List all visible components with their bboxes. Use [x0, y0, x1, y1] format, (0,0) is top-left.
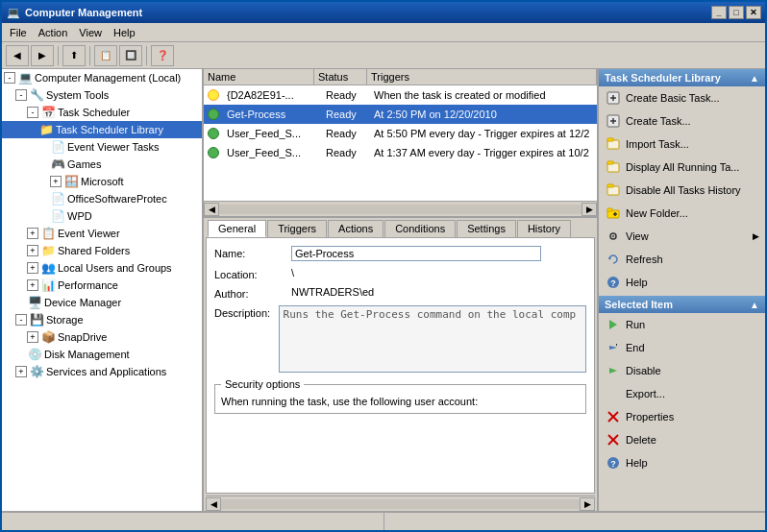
detail-hscroll-left[interactable]: ◀ — [206, 497, 221, 511]
tab-triggers[interactable]: Triggers — [267, 220, 327, 237]
list-item[interactable]: {D2A82E91-... Ready When the task is cre… — [204, 85, 597, 105]
tree-item-task-scheduler-library[interactable]: 📁 Task Scheduler Library — [2, 121, 202, 138]
tree-item-wpd[interactable]: 📄 WPD — [2, 207, 202, 225]
list-hscroll[interactable]: ◀ ▶ — [204, 201, 597, 216]
tree-item-storage[interactable]: - 💾 Storage — [2, 311, 202, 328]
toolbar-separator-2 — [89, 46, 90, 65]
list-item[interactable]: User_Feed_S... Ready At 1:37 AM every da… — [204, 143, 597, 162]
label-device-manager: Device Manager — [44, 297, 121, 308]
description-textarea[interactable] — [279, 305, 586, 373]
action-create-task[interactable]: Create Task... — [599, 109, 765, 133]
menu-action[interactable]: Action — [33, 25, 74, 40]
action-run[interactable]: Run — [599, 313, 765, 336]
row4-name: User_Feed_S... — [223, 146, 322, 159]
tree-item-event-viewer[interactable]: + 📋 Event Viewer — [2, 225, 202, 242]
expand-snapdrive[interactable]: + — [27, 331, 38, 343]
expand-local-users[interactable]: + — [27, 262, 38, 274]
action-properties[interactable]: Properties — [599, 405, 765, 428]
tab-settings[interactable]: Settings — [457, 220, 516, 237]
hscroll-left-btn[interactable]: ◀ — [204, 203, 219, 216]
close-button[interactable]: ✕ — [746, 6, 761, 19]
tree-item-task-scheduler[interactable]: - 📅 Task Scheduler — [2, 104, 202, 121]
label-games: Games — [67, 158, 101, 170]
tree-item-system-tools[interactable]: - 🔧 System Tools — [2, 86, 202, 104]
tree-item-shared-folders[interactable]: + 📁 Shared Folders — [2, 242, 202, 259]
col-header-triggers[interactable]: Triggers — [367, 69, 597, 85]
col-header-status[interactable]: Status — [314, 69, 367, 85]
hscroll-right-btn[interactable]: ▶ — [581, 203, 597, 216]
tree-item-device-manager[interactable]: 🖥️ Device Manager — [2, 294, 202, 311]
tab-actions[interactable]: Actions — [328, 220, 384, 237]
action-end[interactable]: End — [599, 336, 765, 359]
col-header-name[interactable]: Name — [204, 69, 314, 85]
expand-services[interactable]: + — [15, 366, 27, 377]
back-button[interactable]: ◀ — [6, 45, 29, 66]
tab-history[interactable]: History — [517, 220, 571, 237]
action-export[interactable]: Export... — [599, 382, 765, 405]
refresh-icon — [605, 251, 622, 268]
tree-item-microsoft[interactable]: + 🪟 Microsoft — [2, 173, 202, 190]
description-label: Description: — [214, 305, 279, 319]
label-computer-management: Computer Management (Local) — [35, 72, 181, 84]
tree-item-performance[interactable]: + 📊 Performance — [2, 277, 202, 294]
up-button[interactable]: ⬆ — [62, 45, 86, 66]
tree-item-disk-management[interactable]: 💿 Disk Management — [2, 346, 202, 363]
detail-hscroll[interactable]: ◀ ▶ — [206, 496, 595, 511]
action-display-all-running[interactable]: Display All Running Ta... — [599, 156, 765, 179]
tab-general[interactable]: General — [208, 220, 266, 237]
action-view[interactable]: View ▶ — [599, 225, 765, 248]
properties-button[interactable]: 🔲 — [119, 45, 142, 66]
toolbar: ◀ ▶ ⬆ 📋 🔲 ❓ — [2, 42, 765, 69]
tree-item-officesoftwareprotec[interactable]: 📄 OfficeSoftwareProtec — [2, 190, 202, 207]
actions-section-header-selected-item[interactable]: Selected Item ▲ — [599, 296, 765, 313]
menu-help[interactable]: Help — [108, 25, 141, 40]
status-bar — [2, 511, 765, 530]
create-basic-task-label: Create Basic Task... — [626, 92, 720, 104]
show-hide-console-tree[interactable]: 📋 — [94, 45, 117, 66]
actions-section-header-task-scheduler[interactable]: Task Scheduler Library ▲ — [599, 69, 765, 86]
expand-system-tools[interactable]: - — [15, 89, 27, 101]
action-new-folder[interactable]: New Folder... — [599, 202, 765, 225]
svg-rect-11 — [607, 184, 613, 187]
action-import-task[interactable]: Import Task... — [599, 133, 765, 156]
menu-view[interactable]: View — [73, 25, 108, 40]
forward-button[interactable]: ▶ — [31, 45, 54, 66]
detail-hscroll-right[interactable]: ▶ — [580, 497, 595, 511]
menu-file[interactable]: File — [4, 25, 33, 40]
expand-event-viewer[interactable]: + — [27, 228, 38, 239]
label-shared-folders: Shared Folders — [58, 245, 130, 256]
action-disable-all-tasks-history[interactable]: Disable All Tasks History — [599, 179, 765, 202]
expand-task-scheduler[interactable]: - — [27, 107, 38, 118]
action-help[interactable]: ? Help — [599, 271, 765, 294]
row2-triggers: At 2:50 PM on 12/20/2010 — [370, 108, 597, 121]
tree-item-snapdrive[interactable]: + 📦 SnapDrive — [2, 328, 202, 346]
security-box: Security options When running the task, … — [214, 378, 586, 414]
help-button[interactable]: ❓ — [151, 45, 174, 66]
action-create-basic-task[interactable]: Create Basic Task... — [599, 86, 765, 109]
expand-computer-management[interactable]: - — [4, 72, 15, 84]
expand-shared-folders[interactable]: + — [27, 245, 38, 256]
tree-item-games[interactable]: 🎮 Games — [2, 156, 202, 173]
expand-performance[interactable]: + — [27, 279, 38, 291]
label-event-viewer: Event Viewer — [58, 228, 120, 239]
tree-item-computer-management[interactable]: - 💻 Computer Management (Local) — [2, 69, 202, 86]
tab-conditions[interactable]: Conditions — [384, 220, 456, 237]
expand-microsoft[interactable]: + — [50, 176, 62, 187]
action-help2[interactable]: ? Help — [599, 451, 765, 474]
tree-item-services[interactable]: + ⚙️ Services and Applications — [2, 363, 202, 380]
tree-item-local-users[interactable]: + 👥 Local Users and Groups — [2, 259, 202, 277]
label-system-tools: System Tools — [46, 89, 109, 101]
name-input[interactable] — [291, 246, 541, 261]
expand-storage[interactable]: - — [15, 314, 27, 326]
action-refresh[interactable]: Refresh — [599, 248, 765, 271]
tree-item-event-viewer-tasks[interactable]: 📄 Event Viewer Tasks — [2, 138, 202, 156]
action-disable[interactable]: Disable — [599, 359, 765, 382]
minimize-button[interactable]: _ — [711, 6, 727, 19]
help2-label: Help — [626, 457, 648, 469]
action-delete[interactable]: Delete — [599, 428, 765, 451]
list-item[interactable]: Get-Process Ready At 2:50 PM on 12/20/20… — [204, 105, 597, 124]
list-item[interactable]: User_Feed_S... Ready At 5:50 PM every da… — [204, 124, 597, 143]
tab-content-general: Name: Location: \ Author: NWTRADERS\ed — [206, 237, 595, 494]
create-task-label: Create Task... — [626, 115, 691, 127]
maximize-button[interactable]: □ — [729, 6, 744, 19]
